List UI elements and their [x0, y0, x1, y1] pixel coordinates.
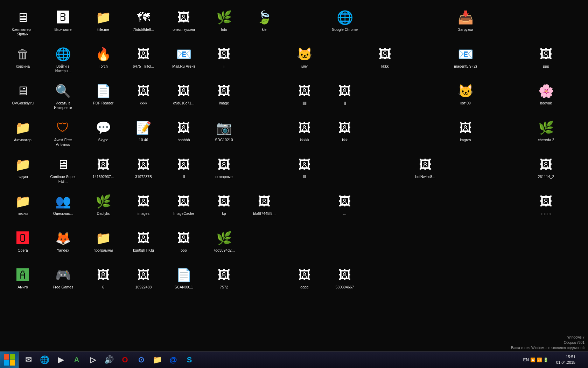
desktop-icon-zagruzki[interactable]: 📥Загрузки	[450, 7, 481, 40]
desktop-icon-dactylis[interactable]: 🌿Dactylis	[88, 191, 119, 224]
desktop-icon-pesni[interactable]: 📁песни	[7, 191, 38, 224]
empty-cell-5-9	[329, 154, 360, 188]
desktop-icon-pozharnie[interactable]: 🖼пожарные	[208, 154, 240, 188]
desktop-icon-programmy[interactable]: 📁программы	[88, 228, 119, 261]
empty-cell-1-13	[490, 7, 522, 40]
taskbar-app-skype-tb[interactable]: S	[182, 352, 197, 368]
desktop-icon-bfa8f[interactable]: 🖼bfa8f7448f8...	[248, 191, 280, 224]
taskbar-app-player-tb[interactable]: ▷	[85, 352, 100, 368]
desktop-icon-skype[interactable]: 💬Skype	[88, 117, 119, 151]
desktop-icon-10-46[interactable]: 📝10.46	[128, 117, 159, 151]
desktop-icon-video[interactable]: 📁видио	[7, 154, 38, 188]
desktop-icon-freegames[interactable]: 🎮Free Games	[47, 265, 79, 298]
desktop-icon-torch[interactable]: 🔥Torch	[88, 44, 119, 77]
icon-glyph-avast: 🛡	[55, 120, 71, 136]
desktop-icon-pdfreader[interactable]: 📄PDF Reader	[88, 81, 119, 114]
desktop-icon-hhhhhh[interactable]: 🖼hhhhhh	[168, 117, 200, 151]
icon-label-d9d610: d9d610c71...	[173, 101, 195, 105]
desktop-icon-261114-2[interactable]: 🖼261114_2	[530, 154, 562, 188]
desktop-icon-voiti[interactable]: 🌐Войти в Интерн...	[47, 44, 79, 77]
icon-label-6475: 6475_Trifol...	[133, 64, 154, 69]
desktop-icon-lll2[interactable]: 🖼lll	[289, 154, 320, 188]
desktop-icon-googlechrome[interactable]: 🌐Google Chrome	[329, 7, 360, 40]
desktop-icon-i[interactable]: 🖼i	[208, 44, 240, 77]
desktop-icon-magent[interactable]: 📧magent5.9 (2)	[450, 44, 481, 77]
desktop-icon-bofnwhc8[interactable]: 🖼bofNwHc8...	[410, 154, 441, 188]
desktop-icon-kkkk[interactable]: 🖼kkkk	[369, 44, 401, 77]
desktop-icon-ovgorskiy[interactable]: 🖥OVGorskiy.ru	[7, 81, 38, 114]
desktop-icon-kot09[interactable]: 🐱кот 09	[450, 81, 481, 114]
icon-glyph-ovgorskiy: 🖥	[14, 83, 31, 100]
desktop-icon-ppp[interactable]: 🖼ppp	[530, 44, 562, 77]
desktop-icon-7572[interactable]: 🖼7572	[208, 265, 240, 298]
desktop-icon-foto[interactable]: 🌿foto	[208, 7, 240, 40]
desktop-icon-kp[interactable]: 🖼kp	[208, 191, 240, 224]
taskbar-app-opera-tb[interactable]: O	[117, 352, 133, 368]
taskbar-app-amigo-tb[interactable]: A	[69, 352, 84, 368]
desktop-icon-ooo[interactable]: 🖼ooo	[168, 228, 200, 261]
desktop-icon-myau[interactable]: 🐱мяу	[289, 44, 320, 77]
icon-glyph-10922488: 🖼	[135, 267, 152, 284]
desktop-icon-olesa[interactable]: 🖼олеся кузина	[168, 7, 200, 40]
icon-glyph-dactylis: 🌿	[95, 193, 112, 210]
icon-label-kle: kle	[262, 27, 266, 32]
desktop-icon-10922488[interactable]: 🖼10922488	[128, 265, 159, 298]
desktop-icon-images[interactable]: 🖼images	[128, 191, 159, 224]
taskbar-app-media[interactable]: ▶	[53, 352, 68, 368]
desktop-icon-kqn0[interactable]: 🖼kqn0qhTIKIg	[128, 228, 159, 261]
desktop-icon-qqqq[interactable]: 🖼qqqq	[289, 265, 320, 298]
desktop-icon-kkkk2[interactable]: 🖼kkkk	[128, 81, 159, 114]
taskbar-app-folder-tb[interactable]: 📁	[149, 352, 165, 368]
desktop-icon-vkontakte[interactable]: 🅱Вконтакте	[47, 7, 79, 40]
desktop-icon-mmm[interactable]: 🖼mmm	[530, 191, 562, 224]
desktop-icon-opera[interactable]: 🅾Opera	[7, 228, 38, 261]
desktop-icon-tfileme[interactable]: 📁tfile.me	[88, 7, 119, 40]
desktop-icon-aktivator[interactable]: 📁Активатор	[7, 117, 38, 151]
taskbar-app-envelope[interactable]: ✉	[21, 352, 36, 368]
desktop-icon-dots[interactable]: 🖼...	[329, 191, 360, 224]
desktop-icon-bodyak[interactable]: 🌸bodyak	[530, 81, 562, 114]
desktop-icon-imagecache[interactable]: 🖼ImageCache	[168, 191, 200, 224]
icon-glyph-qqqq: 🖼	[296, 267, 313, 284]
desktop-icon-6475[interactable]: 🖼6475_Trifol...	[128, 44, 159, 77]
icon-label-kkkk: kkkk	[382, 64, 389, 69]
taskbar-app-ie[interactable]: 🌐	[37, 352, 52, 368]
desktop-icon-lll[interactable]: 🖼lll	[168, 154, 200, 188]
desktop-icon-avast[interactable]: 🛡Avast Free Antivirus	[47, 117, 79, 151]
desktop-icon-amigo[interactable]: 🅰Амиго	[7, 265, 38, 298]
desktop-icon-continue[interactable]: 🖥Continue Super Fas...	[47, 154, 79, 188]
empty-cell-2-7	[248, 44, 280, 77]
desktop-icon-mailru[interactable]: 📧Mail.Ru Агент	[168, 44, 200, 77]
desktop-icon-image[interactable]: 🖼image	[208, 81, 240, 114]
desktop-icon-d9d610[interactable]: 🖼d9d610c71...	[168, 81, 200, 114]
desktop-icon-3197237b[interactable]: 🖼3197237B	[128, 154, 159, 188]
desktop-icon-odnoklassniki[interactable]: 👥Одноклас...	[47, 191, 79, 224]
desktop-icon-imgres[interactable]: 🖼imgres	[450, 117, 481, 151]
clock[interactable]: 15:51 01.04.2015	[553, 354, 578, 365]
desktop-icon-75dc59[interactable]: 🗺75dc59de8...	[128, 7, 159, 40]
desktop-icon-580304667[interactable]: 🖼580304667	[329, 265, 360, 298]
show-desktop-button[interactable]	[582, 353, 584, 367]
desktop-icon-kle[interactable]: 🍃kle	[248, 7, 280, 40]
desktop-icon-scan0011[interactable]: 📄SCAN0011	[168, 265, 200, 298]
desktop-icon-recycle[interactable]: 🗑Корзина	[7, 44, 38, 77]
desktop-icon-14169[interactable]: 🖼141692937...	[88, 154, 119, 188]
taskbar-app-chrome-tb[interactable]: ⊙	[133, 352, 149, 368]
desktop-icon-jjj[interactable]: 🖼jjj	[329, 81, 360, 114]
start-button[interactable]	[0, 352, 19, 368]
desktop-icon-7dd3894d[interactable]: 🌿7dd3894d2...	[208, 228, 240, 261]
desktop-icon-iskat[interactable]: 🔍Искать в Интернете	[47, 81, 79, 114]
desktop-icon-jjjjj[interactable]: 🖼jjjjj	[289, 81, 320, 114]
desktop-icon-6[interactable]: 🖼6	[88, 265, 119, 298]
desktop-icon-yandex[interactable]: 🦊Yandex	[47, 228, 79, 261]
icon-label-kqn0: kqn0qhTIKIg	[133, 248, 154, 253]
icon-label-freegames: Free Games	[53, 285, 73, 289]
desktop-icon-kkkkk[interactable]: 🖼kkkkk	[289, 117, 320, 151]
icon-glyph-7dd3894d: 🌿	[216, 230, 232, 247]
taskbar-app-volume-tb[interactable]: 🔊	[101, 352, 117, 368]
desktop-icon-sdc10210[interactable]: 📷SDC10210	[208, 117, 240, 151]
taskbar-app-mailru-tb[interactable]: @	[166, 352, 181, 368]
desktop-icon-chereda2[interactable]: 🌿chereda 2	[530, 117, 562, 151]
desktop-icon-kkk[interactable]: 🖼kkk	[329, 117, 360, 151]
desktop-icon-computer[interactable]: 🖥Компьютер – Ярлык	[7, 7, 38, 40]
